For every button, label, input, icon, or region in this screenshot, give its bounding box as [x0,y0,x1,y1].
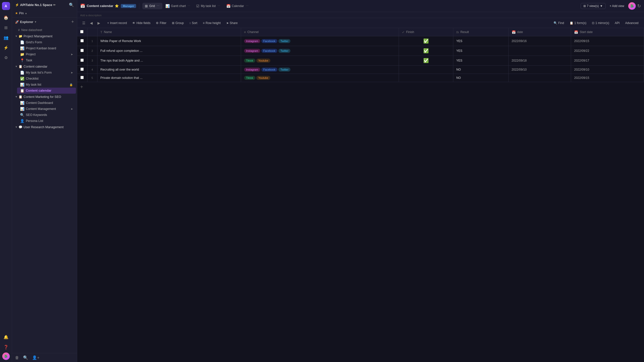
channel-tag[interactable]: Facebook [261,39,277,43]
th-date[interactable]: 📅 date [508,28,571,36]
row-finish[interactable]: ✅ [399,46,453,56]
row-height-button[interactable]: ≡ Row height [200,20,223,26]
top-bar-sync-icon[interactable]: ↻ [637,3,641,9]
table-row[interactable]: 3The nps that both Apple and ...TiktokYo… [77,56,644,66]
th-result[interactable]: fx Result [453,28,509,36]
api-button[interactable]: API [612,20,622,26]
nav-settings[interactable]: ⚙ [2,53,11,62]
table-row[interactable]: 1White Paper of Remote WorkInstagramFace… [77,36,644,46]
sidebar-item-task-list-form[interactable]: 📄 My task list's Form ➤ [17,70,76,76]
sidebar-item-content-management[interactable]: 📊 Content Management ➤ [17,106,76,112]
sidebar-item-task[interactable]: 📍 Task [17,57,76,63]
nav-back-button[interactable]: ◀ [88,20,95,27]
sidebar-item-project[interactable]: 📁 Project ➤ [17,51,76,57]
tab-my-task[interactable]: ☑ My task list ⋯ [194,3,223,9]
table-row[interactable]: 5Private domain solution that ...TiktokY… [77,74,644,82]
sidebar-item-my-task-list[interactable]: 📊 My task list 🔒 [17,82,76,88]
row-name[interactable]: White Paper of Remote Work [97,36,241,46]
workspace-settings-icon[interactable]: ✏ [53,3,56,7]
th-checkbox[interactable] [77,28,87,36]
row-checkbox[interactable] [80,39,84,42]
grid-tab-more-icon[interactable]: ⋯ [156,4,160,8]
nav-grid[interactable]: ⊞ [2,23,11,32]
row-finish[interactable] [399,74,453,82]
channel-tag[interactable]: Twitter [278,49,290,53]
row-channel[interactable]: TiktokYoutube [241,74,399,82]
workspace-search-icon[interactable]: 🔍 [69,3,74,7]
add-user-icon[interactable]: 👤+ [32,355,39,360]
group-project-management[interactable]: ▼ 📁 Project Management [12,33,77,39]
sidebar-toggle-button[interactable]: ☰ [80,20,87,27]
channel-tag[interactable]: Tiktok [244,59,255,63]
th-channel[interactable]: ≡ Channel [241,28,399,36]
row-checkbox-cell[interactable] [77,66,87,74]
row-checkbox-cell[interactable] [77,74,87,82]
channel-tag[interactable]: Facebook [261,68,277,72]
th-finish[interactable]: ✓ Finish [399,28,453,36]
channel-tag[interactable]: Instagram [244,49,260,53]
tab-calendar[interactable]: 📅 Calendar ⋯ [224,3,252,9]
row-channel[interactable]: TiktokYoutube [241,56,399,66]
row-checkbox-cell[interactable] [77,36,87,46]
task-tab-more-icon[interactable]: ⋯ [217,4,221,8]
row-name[interactable]: Recruiting all over the world [97,66,241,74]
sidebar-item-content-calendar[interactable]: 📋 Content calendar [17,88,76,94]
sidebar-item-grids-form[interactable]: 📄 Grid's Form [17,39,76,45]
table-row[interactable]: 2Full refund upon completion ...Instagra… [77,46,644,56]
channel-tag[interactable]: Twitter [278,39,290,43]
row-checkbox[interactable] [80,76,84,79]
row-channel[interactable]: InstagramFacebookTwitter [241,66,399,74]
tab-grid[interactable]: ⊞ Grid ⋯ [142,3,162,9]
channel-tag[interactable]: Facebook [261,49,277,53]
row-finish[interactable]: ✅ [399,56,453,66]
group-content-marketing[interactable]: ▼ 📋 Content Marketing for SEO [12,94,77,100]
sidebar-item-project-kanban[interactable]: 📊 Project Kanban board [17,45,76,51]
gantt-tab-more-icon[interactable]: ⋯ [187,4,191,8]
mirror-count-button[interactable]: ⊡ 1 mirror(s) [589,20,612,26]
calendar-tab-more-icon[interactable]: ⋯ [245,4,249,8]
find-button[interactable]: 🔍 Find [551,20,567,26]
select-all-checkbox[interactable] [80,30,83,33]
advanced-button[interactable]: Advanced [623,20,641,26]
new-datasheet-item[interactable]: # New datasheet [12,27,77,33]
channel-tag[interactable]: Youtube [256,76,270,80]
pin-toggle[interactable]: ★ Pin ▲ [15,11,27,15]
trash-icon[interactable]: 🗑 [15,355,19,360]
sidebar-item-persona-list[interactable]: 👤 Persona List [17,118,76,124]
search-bottom-icon[interactable]: 🔍 [23,355,28,360]
favorite-star-icon[interactable]: ⭐ [115,4,119,8]
channel-tag[interactable]: Instagram [244,68,260,72]
table-row[interactable]: 4Recruiting all over the worldInstagramF… [77,66,644,74]
row-checkbox[interactable] [80,68,84,71]
row-checkbox-cell[interactable] [77,56,87,66]
channel-tag[interactable]: Instagram [244,39,260,43]
hide-fields-button[interactable]: 👁 Hide fields [130,20,153,26]
insert-record-button[interactable]: + Insert record [105,20,129,26]
row-channel[interactable]: InstagramFacebookTwitter [241,46,399,56]
row-checkbox-cell[interactable] [77,46,87,56]
channel-tag[interactable]: Youtube [256,59,270,63]
group-user-research[interactable]: ▼ 💬 User Research Management [12,124,77,130]
row-finish[interactable] [399,66,453,74]
sidebar-item-seo-keywords[interactable]: 🔍 SEO Keywords [17,112,76,118]
add-row-button[interactable]: + [77,82,644,92]
nav-notifications[interactable]: 🔔 [2,332,11,341]
row-checkbox[interactable] [80,49,84,52]
filter-button[interactable]: ⚙ Filter [153,20,169,26]
explorer-toggle[interactable]: 🚀 Explorer ▼ [15,20,37,24]
row-channel[interactable]: InstagramFacebookTwitter [241,36,399,46]
nav-forward-button[interactable]: ▶ [95,20,102,27]
form-count-button[interactable]: 📋 1 form(s) [567,20,589,26]
channel-tag[interactable]: Tiktok [244,76,255,80]
top-bar-user-avatar[interactable]: 🐉 [628,2,636,10]
share-button[interactable]: ➤ Share [224,20,240,26]
row-name[interactable]: Full refund upon completion ... [97,46,241,56]
channel-tag[interactable]: Twitter [278,68,290,72]
row-finish[interactable]: ✅ [399,36,453,46]
nav-users[interactable]: 👥 [2,33,11,42]
nav-user-profile[interactable]: 🐉 [2,352,10,360]
group-content-calendar[interactable]: ▼ 📋 Content calendar [12,63,77,70]
row-checkbox[interactable] [80,59,84,62]
views-count-button[interactable]: ⊞ 7 view(s) ▼ [581,3,606,9]
th-start-date[interactable]: 📅 Start date [571,28,644,36]
